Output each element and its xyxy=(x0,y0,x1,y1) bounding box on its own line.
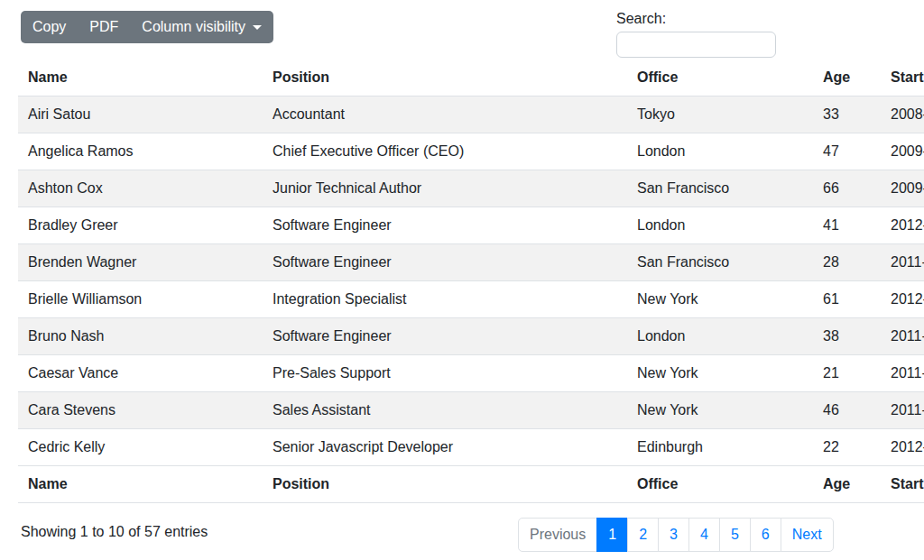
table-row: Bradley Greer Software Engineer London 4… xyxy=(18,207,924,244)
export-button-group: Copy PDF Column visibility xyxy=(21,11,273,43)
column-visibility-label: Column visibility xyxy=(142,19,245,34)
cell-position: Accountant xyxy=(263,96,627,133)
cell-age: 61 xyxy=(813,281,881,318)
cell-name: Angelica Ramos xyxy=(18,133,263,170)
footer-header-start: Start xyxy=(881,466,924,503)
cell-office: London xyxy=(627,207,813,244)
cell-age: 22 xyxy=(813,429,881,466)
cell-office: New York xyxy=(627,392,813,429)
column-header-start[interactable]: Start xyxy=(881,60,924,96)
table-row: Brielle Williamson Integration Specialis… xyxy=(18,281,924,318)
table-row: Cedric Kelly Senior Javascript Developer… xyxy=(18,429,924,466)
pagination-next-button[interactable]: Next xyxy=(781,518,834,552)
cell-name: Ashton Cox xyxy=(18,170,263,207)
pagination-page-3[interactable]: 3 xyxy=(658,518,689,552)
table-row: Cara Stevens Sales Assistant New York 46… xyxy=(18,392,924,429)
cell-start: 2012- xyxy=(881,429,924,466)
column-header-age[interactable]: Age xyxy=(813,60,881,96)
pagination-page-2[interactable]: 2 xyxy=(627,518,659,552)
table-footer-row: Name Position Office Age Start xyxy=(18,466,924,503)
cell-age: 46 xyxy=(813,392,881,429)
bottom-bar: Showing 1 to 10 of 57 entries Previous 1… xyxy=(0,503,924,560)
copy-button[interactable]: Copy xyxy=(21,11,78,43)
pagination-previous-button[interactable]: Previous xyxy=(518,518,597,552)
cell-position: Software Engineer xyxy=(263,318,627,355)
cell-age: 41 xyxy=(813,207,881,244)
search-box: Search: xyxy=(616,9,776,58)
table-row: Brenden Wagner Software Engineer San Fra… xyxy=(18,244,924,281)
cell-name: Brielle Williamson xyxy=(18,281,263,318)
cell-name: Brenden Wagner xyxy=(18,244,263,281)
cell-position: Software Engineer xyxy=(263,207,627,244)
cell-start: 2009- xyxy=(881,133,924,170)
table-row: Angelica Ramos Chief Executive Officer (… xyxy=(18,133,924,170)
search-input[interactable] xyxy=(616,32,776,58)
cell-office: New York xyxy=(627,281,813,318)
cell-position: Pre-Sales Support xyxy=(263,355,627,392)
cell-age: 66 xyxy=(813,170,881,207)
cell-office: London xyxy=(627,318,813,355)
cell-start: 2011- xyxy=(881,318,924,355)
cell-position: Junior Technical Author xyxy=(263,170,627,207)
cell-office: San Francisco xyxy=(627,244,813,281)
cell-office: London xyxy=(627,133,813,170)
table-row: Ashton Cox Junior Technical Author San F… xyxy=(18,170,924,207)
cell-name: Cedric Kelly xyxy=(18,429,263,466)
cell-name: Bruno Nash xyxy=(18,318,263,355)
cell-position: Senior Javascript Developer xyxy=(263,429,627,466)
table-info: Showing 1 to 10 of 57 entries xyxy=(21,521,208,543)
pagination-page-5[interactable]: 5 xyxy=(719,518,751,552)
cell-office: New York xyxy=(627,355,813,392)
cell-position: Sales Assistant xyxy=(263,392,627,429)
pagination-page-4[interactable]: 4 xyxy=(688,518,720,552)
cell-position: Chief Executive Officer (CEO) xyxy=(263,133,627,170)
table-row: Caesar Vance Pre-Sales Support New York … xyxy=(18,355,924,392)
caret-down-icon xyxy=(253,25,262,30)
table-row: Airi Satou Accountant Tokyo 33 2008- xyxy=(18,96,924,133)
pagination: Previous 1 2 3 4 5 6 Next xyxy=(518,518,834,552)
cell-start: 2012- xyxy=(881,281,924,318)
column-header-name[interactable]: Name xyxy=(18,60,263,96)
cell-office: Tokyo xyxy=(627,96,813,133)
footer-header-office: Office xyxy=(627,466,813,503)
cell-start: 2012- xyxy=(881,207,924,244)
table-row: Bruno Nash Software Engineer London 38 2… xyxy=(18,318,924,355)
search-label: Search: xyxy=(616,9,776,29)
cell-position: Software Engineer xyxy=(263,244,627,281)
employees-table: Name Position Office Age Start Airi Sato… xyxy=(18,60,924,503)
footer-header-position: Position xyxy=(263,466,627,503)
footer-header-name: Name xyxy=(18,466,263,503)
column-header-position[interactable]: Position xyxy=(263,60,627,96)
pagination-page-1[interactable]: 1 xyxy=(596,518,628,552)
cell-name: Caesar Vance xyxy=(18,355,263,392)
column-visibility-button[interactable]: Column visibility xyxy=(130,11,273,43)
footer-header-age: Age xyxy=(813,466,881,503)
cell-age: 21 xyxy=(813,355,881,392)
cell-age: 38 xyxy=(813,318,881,355)
cell-start: 2009- xyxy=(881,170,924,207)
cell-position: Integration Specialist xyxy=(263,281,627,318)
toolbar: Copy PDF Column visibility Search: xyxy=(0,0,924,60)
cell-office: Edinburgh xyxy=(627,429,813,466)
cell-name: Airi Satou xyxy=(18,96,263,133)
cell-start: 2011- xyxy=(881,355,924,392)
cell-start: 2011- xyxy=(881,244,924,281)
cell-start: 2011- xyxy=(881,392,924,429)
cell-age: 33 xyxy=(813,96,881,133)
cell-name: Cara Stevens xyxy=(18,392,263,429)
cell-age: 28 xyxy=(813,244,881,281)
cell-office: San Francisco xyxy=(627,170,813,207)
pdf-button[interactable]: PDF xyxy=(78,11,130,43)
cell-start: 2008- xyxy=(881,96,924,133)
table-header-row: Name Position Office Age Start xyxy=(18,60,924,96)
column-header-office[interactable]: Office xyxy=(627,60,813,96)
cell-age: 47 xyxy=(813,133,881,170)
pagination-page-6[interactable]: 6 xyxy=(750,518,781,552)
cell-name: Bradley Greer xyxy=(18,207,263,244)
